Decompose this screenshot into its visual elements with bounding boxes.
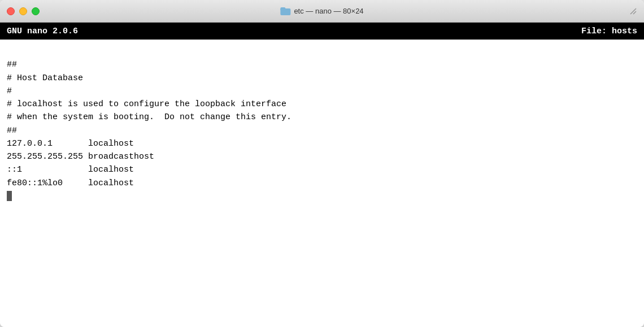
traffic-lights — [7, 7, 40, 15]
editor-line: # localhost is used to configure the loo… — [7, 98, 637, 111]
nano-version: GNU nano 2.0.6 — [7, 27, 78, 36]
nano-filename: File: hosts — [581, 27, 637, 36]
editor-line: 127.0.0.1 localhost — [7, 137, 637, 150]
editor-line: 255.255.255.255 broadcasthost — [7, 150, 637, 163]
terminal-window: etc — nano — 80×24 GNU nano 2.0.6 File: … — [0, 0, 644, 327]
editor-line — [7, 45, 637, 58]
editor-line: # — [7, 85, 637, 98]
nano-header-bar: GNU nano 2.0.6 File: hosts — [0, 23, 644, 40]
close-button[interactable] — [7, 7, 15, 15]
editor-line: # when the system is booting. Do not cha… — [7, 111, 637, 124]
maximize-button[interactable] — [32, 7, 40, 15]
resize-icon — [629, 7, 637, 15]
folder-icon — [280, 7, 290, 15]
minimize-button[interactable] — [19, 7, 27, 15]
text-cursor — [7, 191, 12, 201]
editor-line: fe80::1%lo0 localhost — [7, 177, 637, 190]
editor-line: # Host Database — [7, 72, 637, 85]
window-title: etc — nano — 80×24 — [280, 7, 363, 15]
cursor-line — [7, 190, 637, 203]
editor-area[interactable]: ## # Host Database # # localhost is used… — [0, 40, 644, 327]
editor-line: ## — [7, 58, 637, 71]
editor-line: ## — [7, 124, 637, 137]
title-bar: etc — nano — 80×24 — [0, 0, 644, 23]
editor-line: ::1 localhost — [7, 163, 637, 176]
